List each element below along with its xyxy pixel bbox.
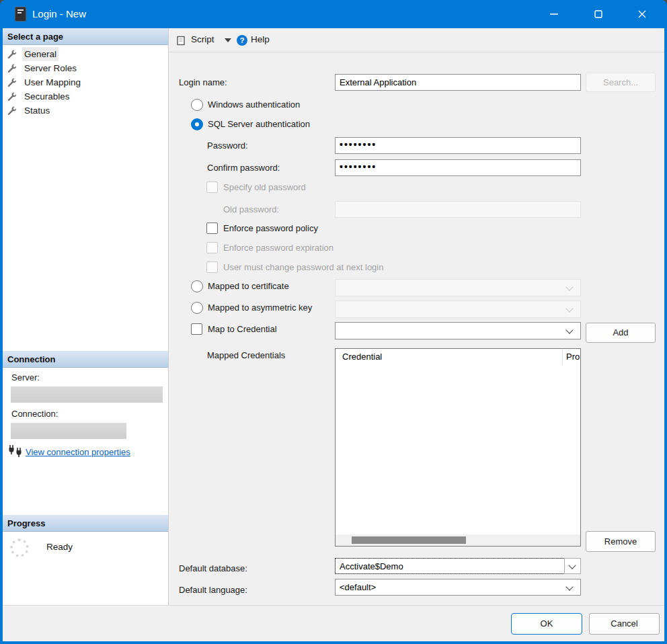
ok-button[interactable]: OK xyxy=(511,613,582,635)
mapped-to-certificate-label: Mapped to certificate xyxy=(208,278,289,294)
chevron-down-icon xyxy=(568,561,576,569)
progress-status: Ready xyxy=(46,542,73,552)
default-database-label: Default database: xyxy=(179,561,247,577)
sidebar-item-user-mapping[interactable]: User Mapping xyxy=(4,75,165,89)
connection-properties-icon xyxy=(7,445,24,458)
credential-combobox[interactable] xyxy=(335,322,581,339)
help-button[interactable]: Help xyxy=(251,34,270,44)
server-value-redacted xyxy=(11,387,163,403)
login-new-dialog: Login - New Select a page General Server… xyxy=(0,0,667,644)
wrench-icon xyxy=(7,63,16,73)
wrench-icon xyxy=(7,77,16,87)
login-name-label: Login name: xyxy=(179,75,227,91)
sidebar-item-server-roles[interactable]: Server Roles xyxy=(4,61,165,75)
progress-spinner-icon xyxy=(10,538,29,557)
connection-value-redacted xyxy=(11,423,126,439)
sql-server-authentication-label: SQL Server authentication xyxy=(208,116,310,132)
add-button[interactable]: Add xyxy=(586,323,656,343)
specify-old-password-checkbox xyxy=(206,182,218,193)
view-connection-properties-link[interactable]: View connection properties xyxy=(26,447,130,457)
title-bar: Login - New xyxy=(0,0,667,28)
map-to-credential-label: Map to Credential xyxy=(208,321,277,337)
specify-old-password-label: Specify old password xyxy=(223,179,306,196)
list-header: Credential Pro xyxy=(336,349,580,365)
column-divider[interactable] xyxy=(562,349,563,365)
sidebar-item-label: Securables xyxy=(22,89,72,104)
enforce-password-policy-checkbox[interactable] xyxy=(206,223,218,234)
maximize-button[interactable] xyxy=(583,0,614,28)
mapped-to-asymmetric-key-radio[interactable] xyxy=(191,302,203,314)
password-input[interactable]: •••••••• xyxy=(335,137,581,154)
horizontal-scrollbar[interactable] xyxy=(336,534,580,546)
windows-authentication-label: Windows authentication xyxy=(208,97,300,113)
old-password-input xyxy=(335,201,581,218)
must-change-password-checkbox xyxy=(206,261,218,273)
connection-header: Connection xyxy=(3,351,168,368)
default-language-value: <default> xyxy=(340,579,376,596)
provider-column-header[interactable]: Pro xyxy=(566,349,580,365)
chevron-down-icon xyxy=(565,283,573,290)
connection-label: Connection: xyxy=(11,409,58,419)
enforce-password-expiration-checkbox xyxy=(206,242,218,253)
script-dropdown-icon[interactable] xyxy=(225,38,231,42)
confirm-password-label: Confirm password: xyxy=(207,160,280,176)
credential-column-header[interactable]: Credential xyxy=(342,349,382,365)
default-database-dropdown-button[interactable] xyxy=(564,558,581,574)
mapped-to-asymmetric-key-label: Mapped to asymmetric key xyxy=(208,300,312,316)
old-password-label: Old password: xyxy=(223,202,279,218)
mapped-to-certificate-radio[interactable] xyxy=(191,280,203,292)
mapped-credentials-label: Mapped Credentials xyxy=(207,348,285,364)
must-change-password-label: User must change password at next login xyxy=(223,259,383,276)
sidebar-item-status[interactable]: Status xyxy=(4,104,165,118)
sidebar-item-general[interactable]: General xyxy=(4,47,165,61)
wrench-icon xyxy=(7,106,16,115)
enforce-password-expiration-label: Enforce password expiration xyxy=(223,240,334,256)
server-label: Server: xyxy=(11,372,40,383)
chevron-down-icon xyxy=(565,326,573,333)
sidebar-item-label: Server Roles xyxy=(22,61,79,75)
asymmetric-key-combobox xyxy=(335,300,581,318)
window-title: Login - New xyxy=(32,0,86,28)
cancel-button[interactable]: Cancel xyxy=(589,613,660,635)
script-button[interactable]: Script xyxy=(191,34,214,44)
sidebar-item-securables[interactable]: Securables xyxy=(4,89,165,104)
footer-divider xyxy=(3,605,664,606)
default-database-combobox[interactable]: Acctivate$Demo xyxy=(335,558,565,574)
certificate-combobox xyxy=(335,279,581,296)
sidebar-item-label: User Mapping xyxy=(22,75,83,89)
minimize-button[interactable] xyxy=(539,0,570,28)
sidebar-item-label: General xyxy=(22,47,58,61)
default-language-label: Default language: xyxy=(179,582,247,598)
scrollbar-thumb[interactable] xyxy=(352,536,466,544)
confirm-password-input[interactable]: •••••••• xyxy=(335,159,581,176)
select-a-page-header: Select a page xyxy=(3,28,168,45)
wrench-icon xyxy=(7,91,16,101)
search-button: Search... xyxy=(586,73,656,92)
server-icon xyxy=(15,7,26,22)
mapped-credentials-list[interactable]: Credential Pro xyxy=(335,348,581,547)
enforce-password-policy-label: Enforce password policy xyxy=(223,220,318,237)
map-to-credential-checkbox[interactable] xyxy=(191,323,202,335)
windows-authentication-radio[interactable] xyxy=(191,99,203,111)
chevron-down-icon xyxy=(565,305,573,312)
help-icon: ? xyxy=(237,35,247,46)
wrench-icon xyxy=(7,49,16,58)
login-name-input[interactable]: External Application xyxy=(335,74,581,91)
sidebar-divider xyxy=(168,28,169,605)
default-language-combobox[interactable]: <default> xyxy=(335,579,581,596)
close-button[interactable] xyxy=(627,0,658,28)
sql-server-authentication-radio[interactable] xyxy=(191,118,203,130)
default-database-value: Acctivate$Demo xyxy=(340,559,403,575)
remove-button[interactable]: Remove xyxy=(586,531,656,552)
password-label: Password: xyxy=(207,138,248,154)
sidebar-item-label: Status xyxy=(22,104,52,118)
chevron-down-icon xyxy=(565,583,573,590)
progress-header: Progress xyxy=(3,515,168,532)
script-icon xyxy=(176,36,186,46)
